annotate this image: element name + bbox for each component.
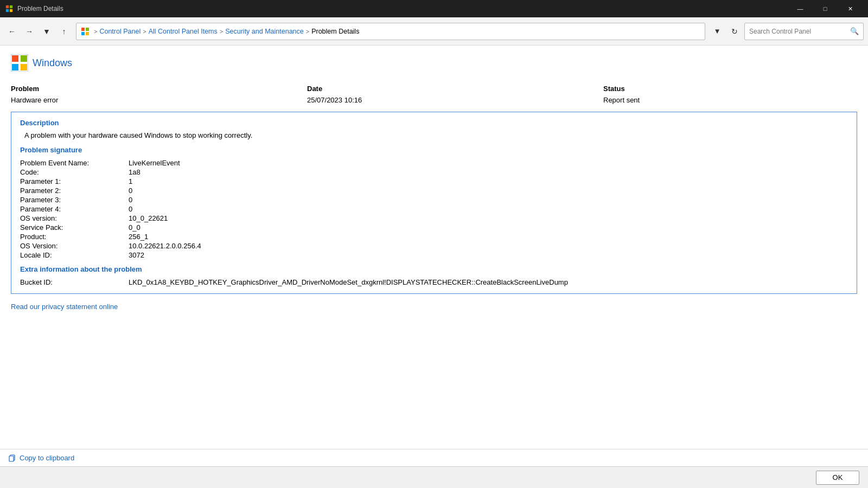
search-box: 🔍 xyxy=(744,23,864,40)
privacy-link[interactable]: Read our privacy statement online xyxy=(11,303,857,311)
col-header-problem: Problem xyxy=(11,82,307,95)
signature-row: Parameter 3:0 xyxy=(20,195,848,204)
search-icon: 🔍 xyxy=(850,27,859,35)
ok-button[interactable]: OK xyxy=(816,471,859,485)
minimize-button[interactable]: — xyxy=(788,0,813,17)
extra-table: Bucket ID:LKD_0x1A8_KEYBD_HOTKEY_Graphic… xyxy=(20,278,848,287)
signature-row: Code:1a8 xyxy=(20,168,848,177)
breadcrumb-sep-2: > xyxy=(143,28,146,35)
extra-heading: Extra information about the problem xyxy=(20,265,848,273)
sig-value: 10.0.22621.2.0.0.256.4 xyxy=(129,241,848,251)
title-bar-icon xyxy=(5,5,13,12)
svg-rect-7 xyxy=(86,32,89,35)
signature-row: Locale ID:3072 xyxy=(20,251,848,260)
breadcrumb: > Control Panel > All Control Panel Item… xyxy=(76,23,705,40)
svg-rect-3 xyxy=(10,9,12,12)
clipboard-label: Copy to clipboard xyxy=(20,454,74,462)
svg-rect-6 xyxy=(81,32,85,35)
sig-label: Product: xyxy=(20,232,129,241)
problem-table: Problem Date Status Hardware error 25/07… xyxy=(11,82,857,105)
search-input[interactable] xyxy=(749,28,847,35)
window-controls: — □ ✕ xyxy=(788,0,863,17)
footer-bar: OK xyxy=(0,466,868,488)
svg-rect-9 xyxy=(21,55,27,62)
signature-row: Parameter 1:1 xyxy=(20,177,848,186)
table-row: Hardware error 25/07/2023 10:16 Report s… xyxy=(11,95,857,105)
extra-label: Bucket ID: xyxy=(20,278,129,287)
svg-rect-8 xyxy=(12,55,18,62)
nav-bar: ← → ▼ ↑ > Control Panel > All Control Pa… xyxy=(0,17,868,46)
copy-to-clipboard-button[interactable]: Copy to clipboard xyxy=(9,454,74,462)
svg-rect-11 xyxy=(21,64,27,70)
col-header-status: Status xyxy=(603,82,857,95)
breadcrumb-security[interactable]: Security and Maintenance xyxy=(225,28,304,35)
breadcrumb-sep-1: > xyxy=(94,28,97,35)
description-text: A problem with your hardware caused Wind… xyxy=(24,131,848,139)
svg-rect-2 xyxy=(6,9,9,12)
signature-row: OS Version:10.0.22621.2.0.0.256.4 xyxy=(20,241,848,251)
maximize-button[interactable]: □ xyxy=(813,0,838,17)
breadcrumb-current: Problem Details xyxy=(311,28,359,35)
windows-title: Windows xyxy=(33,57,72,69)
sig-value: 256_1 xyxy=(129,232,848,241)
signature-heading: Problem signature xyxy=(20,146,848,154)
sig-label: Service Pack: xyxy=(20,223,129,232)
close-button[interactable]: ✕ xyxy=(838,0,863,17)
windows-header: Windows xyxy=(11,54,857,72)
recent-locations-button[interactable]: ▼ xyxy=(39,24,54,39)
svg-rect-5 xyxy=(86,28,89,31)
svg-rect-1 xyxy=(10,5,12,8)
breadcrumb-logo-icon xyxy=(81,27,90,36)
detail-box: Description A problem with your hardware… xyxy=(11,112,857,294)
sig-value: 10_0_22621 xyxy=(129,214,848,223)
title-bar: Problem Details — □ ✕ xyxy=(0,0,868,17)
sig-label: Problem Event Name: xyxy=(20,158,129,168)
description-heading: Description xyxy=(20,119,848,127)
breadcrumb-all-items[interactable]: All Control Panel Items xyxy=(149,28,218,35)
svg-rect-10 xyxy=(12,64,18,70)
refresh-button[interactable]: ↻ xyxy=(727,24,742,39)
sig-label: OS Version: xyxy=(20,241,129,251)
breadcrumb-dropdown-button[interactable]: ▼ xyxy=(710,24,725,39)
signature-row: Parameter 4:0 xyxy=(20,204,848,214)
svg-rect-0 xyxy=(6,5,9,8)
extra-value: LKD_0x1A8_KEYBD_HOTKEY_GraphicsDriver_AM… xyxy=(129,278,848,287)
breadcrumb-sep-4: > xyxy=(306,28,309,35)
sig-value: 1a8 xyxy=(129,168,848,177)
back-button[interactable]: ← xyxy=(4,24,20,39)
date-value: 25/07/2023 10:16 xyxy=(307,95,603,105)
sig-label: Parameter 4: xyxy=(20,204,129,214)
sig-value: LiveKernelEvent xyxy=(129,158,848,168)
title-bar-title: Problem Details xyxy=(17,5,63,12)
sig-label: Code: xyxy=(20,168,129,177)
forward-button[interactable]: → xyxy=(22,24,37,39)
signature-row: Parameter 2:0 xyxy=(20,186,848,195)
signature-table: Problem Event Name:LiveKernelEventCode:1… xyxy=(20,158,848,260)
sig-value: 1 xyxy=(129,177,848,186)
breadcrumb-sep-3: > xyxy=(220,28,223,35)
col-header-date: Date xyxy=(307,82,603,95)
sig-label: Parameter 1: xyxy=(20,177,129,186)
breadcrumb-control-panel[interactable]: Control Panel xyxy=(99,28,141,35)
bottom-bar: Copy to clipboard xyxy=(0,449,868,466)
windows-logo-icon xyxy=(11,54,28,72)
signature-row: OS version:10_0_22621 xyxy=(20,214,848,223)
signature-row: Product:256_1 xyxy=(20,232,848,241)
sig-label: Locale ID: xyxy=(20,251,129,260)
sig-label: Parameter 2: xyxy=(20,186,129,195)
sig-label: Parameter 3: xyxy=(20,195,129,204)
problem-value: Hardware error xyxy=(11,95,307,105)
svg-rect-4 xyxy=(81,28,85,31)
clipboard-icon xyxy=(9,454,16,462)
up-button[interactable]: ↑ xyxy=(56,24,72,39)
status-value: Report sent xyxy=(603,95,857,105)
extra-row: Bucket ID:LKD_0x1A8_KEYBD_HOTKEY_Graphic… xyxy=(20,278,848,287)
main-content: Windows Problem Date Status Hardware err… xyxy=(0,46,868,445)
signature-row: Problem Event Name:LiveKernelEvent xyxy=(20,158,848,168)
svg-rect-14 xyxy=(9,456,14,461)
signature-row: Service Pack:0_0 xyxy=(20,223,848,232)
sig-value: 3072 xyxy=(129,251,848,260)
sig-label: OS version: xyxy=(20,214,129,223)
sig-value: 0 xyxy=(129,204,848,214)
sig-value: 0 xyxy=(129,186,848,195)
